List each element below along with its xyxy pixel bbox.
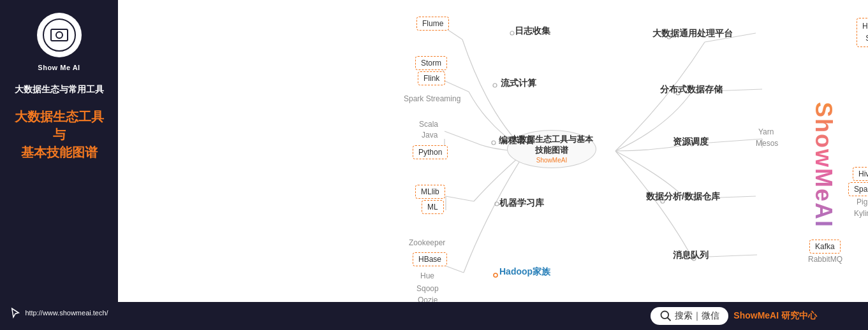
branch-label-resource: 资源调度 (673, 136, 709, 148)
svg-line-7 (443, 265, 464, 273)
bottom-bar: 搜索｜微信 ShowMeAI 研究中心 (118, 302, 868, 330)
logo-text: Show Me AI (38, 64, 80, 71)
node-pig: Pig (857, 197, 867, 206)
branch-label-storage: 分布式数据存储 (660, 84, 723, 96)
branch-label-lang: 编程语言 (499, 135, 534, 147)
node-kylin: Kylin (854, 209, 868, 218)
svg-line-1 (443, 80, 469, 92)
svg-line-25 (668, 318, 671, 321)
branch-label-mq: 消息队列 (673, 250, 709, 261)
node-hive: Hive (853, 167, 868, 181)
node-flume: Flume (416, 17, 449, 31)
mindmap-connections (118, 0, 868, 302)
node-hadoop-spark: HadoopSpark (857, 18, 868, 47)
svg-point-16 (492, 141, 496, 145)
brand-label: ShowMeAI 研究中心 (733, 310, 817, 322)
branch-label-stream: 流式计算 (501, 78, 536, 89)
branch-label-analysis: 数据分析/数据仓库 (646, 191, 720, 203)
node-hue: Hue (420, 271, 434, 280)
svg-point-14 (510, 31, 514, 35)
main-title: 大数据生态工具与 基本技能图谱 (10, 108, 108, 161)
branch-label-ml: 机器学习库 (499, 197, 544, 209)
node-storm: Storm (415, 56, 447, 70)
search-label: 搜索｜微信 (675, 310, 719, 322)
node-flink: Flink (418, 71, 445, 85)
right-panel: 大数据生态工具与基本技能图谱 ShowMeAI 日志收集 流式计算 编程语言 机… (118, 0, 868, 330)
node-mllib: MLlib (415, 185, 445, 199)
cursor-icon (10, 307, 21, 319)
node-rabbitmq: RabbitMQ (808, 255, 842, 264)
node-hbase: HBase (413, 252, 447, 266)
svg-point-18 (494, 273, 497, 277)
node-zookeeper: Zookeeper (409, 238, 445, 247)
node-sparksql: SparkSQL (848, 182, 868, 196)
branch-label-log: 日志收集 (515, 25, 550, 37)
branch-label-platform: 大数据通用处理平台 (652, 28, 733, 39)
node-python: Python (413, 145, 448, 159)
node-java: Java (422, 131, 438, 140)
search-icon (659, 310, 672, 322)
svg-line-5 (446, 196, 474, 201)
logo-circle (37, 13, 82, 57)
svg-point-24 (661, 312, 669, 319)
subtitle: 大数据生态与常用工具 (15, 83, 104, 96)
branch-label-hadoop: Hadoop家族 (499, 266, 550, 278)
svg-point-15 (493, 83, 497, 87)
node-scala: Scala (419, 120, 438, 129)
svg-line-3 (445, 131, 475, 143)
node-yarn: Yarn (758, 127, 774, 136)
node-ml: ML (422, 200, 444, 214)
node-spark-streaming: Spark Streaming (404, 94, 460, 103)
node-mesos: Mesos (756, 139, 778, 148)
left-panel: Show Me AI 大数据生态与常用工具 大数据生态工具与 基本技能图谱 ht… (0, 0, 118, 330)
logo-screen (50, 29, 68, 41)
node-kafka: Kafka (809, 240, 841, 254)
node-sqoop: Sqoop (416, 284, 439, 293)
website-link[interactable]: http://www.showmeai.tech/ (10, 307, 108, 319)
center-sub: ShowMeAI (536, 157, 567, 164)
search-box[interactable]: 搜索｜微信 (651, 307, 728, 325)
logo-inner (43, 18, 76, 52)
